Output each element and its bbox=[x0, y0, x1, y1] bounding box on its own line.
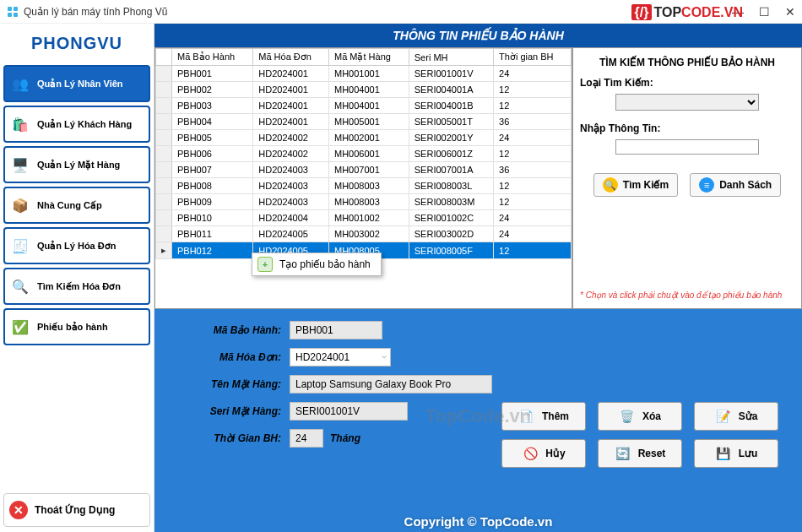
table-row[interactable]: PBH010HD2024004MH001002SERI001002C24 bbox=[156, 210, 572, 226]
column-header[interactable]: Thời gian BH bbox=[494, 49, 572, 66]
table-row[interactable]: PBH001HD2024001MH001001SERI001001V24 bbox=[156, 66, 572, 82]
row-header[interactable] bbox=[156, 194, 172, 210]
cell[interactable]: MH004001 bbox=[328, 98, 409, 114]
cell[interactable]: HD2024001 bbox=[253, 82, 329, 98]
cell[interactable]: 24 bbox=[494, 226, 572, 242]
cell[interactable]: SERI004001B bbox=[409, 98, 493, 114]
table-row[interactable]: PBH002HD2024001MH004001SERI004001A12 bbox=[156, 82, 572, 98]
row-header[interactable] bbox=[156, 162, 172, 178]
cell[interactable]: 12 bbox=[494, 82, 572, 98]
cell[interactable]: HD2024001 bbox=[253, 98, 329, 114]
cell[interactable]: SERI007001A bbox=[409, 162, 493, 178]
cell[interactable]: PBH008 bbox=[172, 178, 253, 194]
context-menu[interactable]: + Tạo phiếu bảo hành bbox=[252, 252, 382, 276]
search-button[interactable]: 🔍Tìm Kiếm bbox=[593, 173, 678, 197]
table-row[interactable]: PBH011HD2024005MH003002SERI003002D24 bbox=[156, 226, 572, 242]
cell[interactable]: PBH003 bbox=[172, 98, 253, 114]
cell[interactable]: SERI003002D bbox=[409, 226, 493, 242]
cell[interactable]: 12 bbox=[494, 242, 572, 259]
cell[interactable]: SERI008003M bbox=[409, 194, 493, 210]
cell[interactable]: HD2024001 bbox=[253, 114, 329, 130]
edit-button[interactable]: 📝Sửa bbox=[694, 402, 778, 431]
row-header[interactable] bbox=[156, 98, 172, 114]
field-warranty-code[interactable]: PBH001 bbox=[290, 321, 382, 339]
delete-button[interactable]: 🗑️Xóa bbox=[598, 402, 682, 431]
add-button[interactable]: 📄Thêm bbox=[501, 402, 586, 431]
cell[interactable]: PBH005 bbox=[172, 130, 253, 146]
row-header[interactable]: ▸ bbox=[156, 242, 172, 259]
row-header[interactable] bbox=[156, 178, 172, 194]
cell[interactable]: HD2024003 bbox=[253, 178, 329, 194]
cell[interactable]: 24 bbox=[494, 210, 572, 226]
cell[interactable]: 12 bbox=[494, 146, 572, 162]
row-header[interactable] bbox=[156, 146, 172, 162]
exit-button[interactable]: ✕Thoát Ứng Dụng bbox=[3, 493, 150, 527]
cell[interactable]: PBH009 bbox=[172, 194, 253, 210]
sidebar-item-products[interactable]: 🖥️Quản Lý Mặt Hàng bbox=[3, 146, 150, 183]
table-row[interactable]: PBH006HD2024002MH006001SERI006001Z12 bbox=[156, 146, 572, 162]
cell[interactable]: PBH001 bbox=[172, 66, 253, 82]
cell[interactable]: SERI008003L bbox=[409, 178, 493, 194]
cell[interactable]: 36 bbox=[494, 114, 572, 130]
cell[interactable]: HD2024005 bbox=[253, 226, 329, 242]
cell[interactable]: HD2024004 bbox=[253, 210, 329, 226]
cell[interactable]: MH001001 bbox=[328, 66, 409, 82]
column-header[interactable]: Mã Mặt Hàng bbox=[328, 49, 409, 66]
cell[interactable]: SERI002001Y bbox=[409, 130, 493, 146]
cell[interactable]: PBH011 bbox=[172, 226, 253, 242]
cell[interactable]: SERI008005F bbox=[409, 242, 493, 259]
row-header[interactable] bbox=[156, 82, 172, 98]
row-header[interactable] bbox=[156, 226, 172, 242]
cell[interactable]: MH004001 bbox=[328, 82, 409, 98]
column-header[interactable]: Seri MH bbox=[409, 49, 493, 66]
sidebar-item-warranty[interactable]: ✅Phiếu bảo hành bbox=[3, 308, 150, 345]
maximize-button[interactable]: ☐ bbox=[759, 5, 770, 19]
table-row[interactable]: PBH007HD2024003MH007001SERI007001A36 bbox=[156, 162, 572, 178]
cell[interactable]: MH002001 bbox=[328, 130, 409, 146]
row-header[interactable] bbox=[156, 130, 172, 146]
warranty-table[interactable]: Mã Bảo HànhMã Hóa ĐơnMã Mặt HàngSeri MHT… bbox=[154, 47, 572, 309]
cell[interactable]: HD2024002 bbox=[253, 146, 329, 162]
cell[interactable]: 24 bbox=[494, 130, 572, 146]
cell[interactable]: SERI001001V bbox=[409, 66, 493, 82]
table-row[interactable]: PBH009HD2024003MH008003SERI008003M12 bbox=[156, 194, 572, 210]
table-row[interactable]: PBH004HD2024001MH005001SERI005001T36 bbox=[156, 114, 572, 130]
cancel-button[interactable]: 🚫Hủy bbox=[501, 439, 586, 468]
cell[interactable]: SERI005001T bbox=[409, 114, 493, 130]
cell[interactable]: SERI006001Z bbox=[409, 146, 493, 162]
cell[interactable]: SERI001002C bbox=[409, 210, 493, 226]
cell[interactable]: HD2024002 bbox=[253, 130, 329, 146]
cell[interactable]: MH001002 bbox=[328, 210, 409, 226]
cell[interactable]: PBH012 bbox=[172, 242, 253, 259]
field-invoice[interactable]: HD2024001 bbox=[290, 348, 391, 366]
table-row[interactable]: PBH008HD2024003MH008003SERI008003L12 bbox=[156, 178, 572, 194]
sidebar-item-customers[interactable]: 🛍️Quản Lý Khách Hàng bbox=[3, 106, 150, 143]
cell[interactable]: MH008003 bbox=[328, 194, 409, 210]
cell[interactable]: MH005001 bbox=[328, 114, 409, 130]
table-row[interactable]: PBH005HD2024002MH002001SERI002001Y24 bbox=[156, 130, 572, 146]
cell[interactable]: HD2024003 bbox=[253, 162, 329, 178]
cell[interactable]: PBH006 bbox=[172, 146, 253, 162]
cell[interactable]: 12 bbox=[494, 98, 572, 114]
cell[interactable]: SERI004001A bbox=[409, 82, 493, 98]
cell[interactable]: MH007001 bbox=[328, 162, 409, 178]
search-input[interactable] bbox=[615, 139, 759, 155]
cell[interactable]: PBH010 bbox=[172, 210, 253, 226]
search-type-select[interactable] bbox=[615, 94, 759, 111]
column-header[interactable]: Mã Hóa Đơn bbox=[253, 49, 329, 66]
cell[interactable]: 36 bbox=[494, 162, 572, 178]
cell[interactable]: 12 bbox=[494, 178, 572, 194]
sidebar-item-search-invoice[interactable]: 🔍Tìm Kiếm Hóa Đơn bbox=[3, 268, 150, 305]
cell[interactable]: PBH007 bbox=[172, 162, 253, 178]
save-button[interactable]: 💾Lưu bbox=[694, 439, 778, 468]
column-header[interactable]: Mã Bảo Hành bbox=[172, 49, 253, 66]
field-product[interactable]: Laptop Samsung Galaxy Book Pro bbox=[290, 375, 492, 394]
table-row[interactable]: PBH003HD2024001MH004001SERI004001B12 bbox=[156, 98, 572, 114]
close-button[interactable]: ✕ bbox=[785, 5, 795, 19]
cell[interactable]: MH006001 bbox=[328, 146, 409, 162]
cell[interactable]: PBH004 bbox=[172, 114, 253, 130]
cell[interactable]: 12 bbox=[494, 194, 572, 210]
field-serial[interactable]: SERI001001V bbox=[290, 402, 408, 421]
cell[interactable]: MH008003 bbox=[328, 178, 409, 194]
sidebar-item-staff[interactable]: 👥Quản Lý Nhân Viên bbox=[3, 65, 150, 102]
